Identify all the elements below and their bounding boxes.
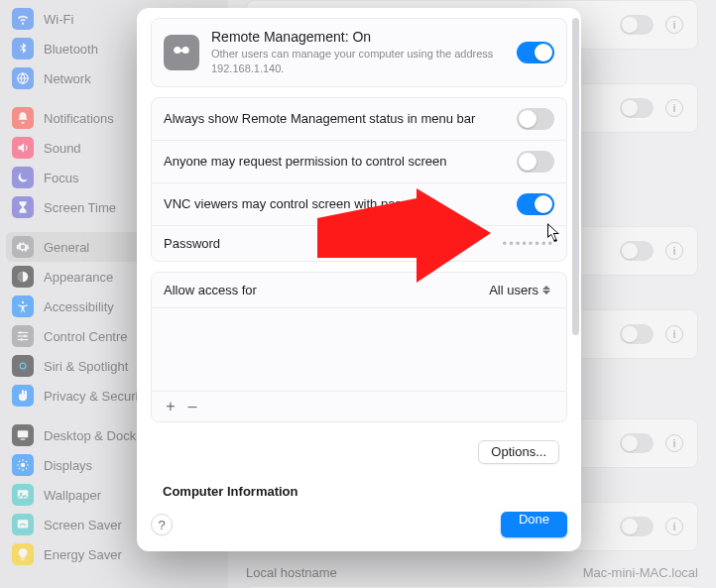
accessibility-icon xyxy=(12,295,34,317)
scrollbar[interactable] xyxy=(572,18,579,335)
sidebar-item-label: Sound xyxy=(44,141,81,156)
screensaver-icon xyxy=(12,514,34,535)
option-row-vnc: VNC viewers may control screen with pass… xyxy=(152,183,566,226)
svg-rect-11 xyxy=(18,430,29,437)
wifi-icon xyxy=(12,8,34,30)
sidebar-item-label: Screen Saver xyxy=(44,518,122,532)
sidebar-item-label: General xyxy=(44,240,89,255)
info-icon[interactable]: i xyxy=(665,518,683,535)
allow-access-value: All users xyxy=(489,283,538,297)
sheet-footer: ? Done xyxy=(137,502,581,551)
sidebar-item-label: Focus xyxy=(44,171,78,185)
sidebar-item-label: Notifications xyxy=(44,111,114,126)
computer-information-title: Computer Information xyxy=(143,464,575,502)
network-icon xyxy=(12,67,34,89)
user-list[interactable] xyxy=(152,308,566,392)
svg-rect-22 xyxy=(175,50,189,53)
svg-point-2 xyxy=(22,301,24,303)
hourglass-icon xyxy=(12,196,34,218)
option-row-menubar: Always show Remote Management status in … xyxy=(152,98,566,141)
done-button[interactable]: Done xyxy=(501,512,567,537)
vnc-password-toggle[interactable] xyxy=(517,193,554,215)
svg-point-7 xyxy=(24,335,26,337)
sidebar-item-label: Desktop & Dock xyxy=(44,428,136,443)
password-row: Password •••••••• xyxy=(152,226,566,261)
toggle[interactable] xyxy=(620,98,654,118)
toggle[interactable] xyxy=(620,324,654,344)
sidebar-item-label: Privacy & Security xyxy=(44,389,148,404)
svg-rect-17 xyxy=(21,559,25,560)
sidebar-item-label: Control Centre xyxy=(44,329,128,344)
remote-management-icon xyxy=(164,35,199,70)
sidebar-item-label: Wi-Fi xyxy=(44,12,73,27)
svg-point-8 xyxy=(21,338,23,340)
sidebar-item-label: Energy Saver xyxy=(44,547,122,562)
sidebar-item-label: Bluetooth xyxy=(44,42,98,57)
toggle[interactable] xyxy=(620,241,654,261)
sidebar-item-label: Screen Time xyxy=(44,200,116,215)
header-card: Remote Management: On Other users can ma… xyxy=(151,18,567,87)
options-card: Always show Remote Management status in … xyxy=(151,97,567,262)
options-button[interactable]: Options... xyxy=(478,440,559,464)
wallpaper-icon xyxy=(12,484,34,506)
svg-point-9 xyxy=(17,360,29,372)
toggle[interactable] xyxy=(620,517,654,536)
option-label: Anyone may request permission to control… xyxy=(164,154,505,169)
local-hostname-row: Local hostname Mac-mini-MAC.local xyxy=(246,565,698,580)
svg-rect-3 xyxy=(18,332,29,333)
toggle[interactable] xyxy=(620,433,654,453)
sidebar-item-label: Siri & Spotlight xyxy=(44,359,128,374)
bell-icon xyxy=(12,107,34,129)
menubar-status-toggle[interactable] xyxy=(517,108,554,130)
hand-icon xyxy=(12,385,34,407)
desktop-icon xyxy=(12,424,34,446)
remove-user-button[interactable]: – xyxy=(181,396,203,417)
allow-access-row: Allow access for All users xyxy=(152,273,566,308)
toggle[interactable] xyxy=(620,15,654,35)
header-text: Remote Management: On Other users can ma… xyxy=(211,29,505,76)
sidebar-item-label: Appearance xyxy=(44,270,113,285)
local-hostname-label: Local hostname xyxy=(246,565,337,580)
info-icon[interactable]: i xyxy=(665,16,683,34)
option-label: Always show Remote Management status in … xyxy=(164,111,505,126)
chevron-updown-icon xyxy=(542,283,554,296)
sidebar-item-label: Accessibility xyxy=(44,299,114,314)
svg-point-13 xyxy=(21,463,26,468)
option-label: VNC viewers may control screen with pass… xyxy=(164,196,505,211)
sidebar-item-label: Wallpaper xyxy=(44,488,101,503)
add-user-button[interactable]: + xyxy=(160,396,181,417)
info-icon[interactable]: i xyxy=(665,242,683,260)
header-subtitle: Other users can manage your computer usi… xyxy=(211,47,505,76)
list-actions: + – xyxy=(152,392,566,421)
allow-access-select[interactable]: All users xyxy=(489,283,554,297)
option-row-request-permission: Anyone may request permission to control… xyxy=(152,141,566,183)
gear-icon xyxy=(12,236,34,258)
svg-rect-4 xyxy=(18,335,29,336)
sidebar-item-label: Displays xyxy=(44,458,92,473)
appearance-icon xyxy=(12,266,34,288)
sidebar-item-label: Network xyxy=(44,71,91,86)
help-button[interactable]: ? xyxy=(151,514,173,535)
request-permission-toggle[interactable] xyxy=(517,151,554,173)
bluetooth-icon xyxy=(12,38,34,59)
siri-icon xyxy=(12,355,34,377)
header-title: Remote Management: On xyxy=(211,29,505,45)
remote-management-sheet: Remote Management: On Other users can ma… xyxy=(137,8,581,551)
allow-access-label: Allow access for xyxy=(164,283,477,297)
local-hostname-value: Mac-mini-MAC.local xyxy=(583,565,698,580)
sliders-icon xyxy=(12,325,34,347)
displays-icon xyxy=(12,454,34,476)
speaker-icon xyxy=(12,137,34,159)
svg-point-6 xyxy=(20,331,22,333)
password-label: Password xyxy=(164,236,491,251)
svg-rect-12 xyxy=(21,439,26,440)
info-icon[interactable]: i xyxy=(665,99,683,117)
password-field[interactable]: •••••••• xyxy=(503,236,554,251)
moon-icon xyxy=(12,167,34,188)
remote-management-toggle[interactable] xyxy=(517,42,554,63)
bulb-icon xyxy=(12,543,34,565)
access-card: Allow access for All users + – xyxy=(151,272,567,422)
info-icon[interactable]: i xyxy=(665,325,683,343)
info-icon[interactable]: i xyxy=(665,434,683,452)
